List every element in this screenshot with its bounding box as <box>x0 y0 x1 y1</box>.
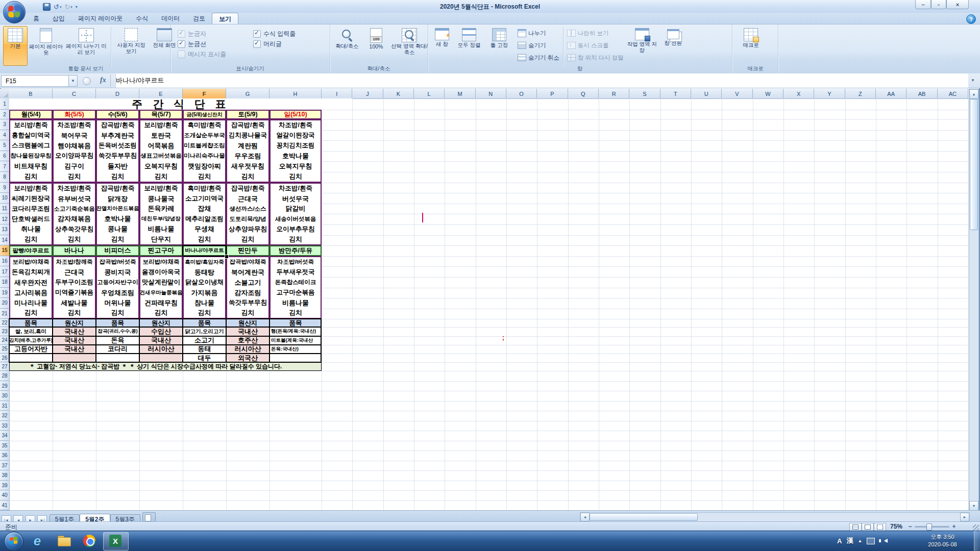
column-header-J[interactable]: J <box>352 89 383 99</box>
fx-icon[interactable]: fx <box>100 76 106 84</box>
row-header-40[interactable]: 40 <box>0 490 10 500</box>
small-button-3[interactable]: 숨기기 취소 <box>518 52 559 64</box>
view-button-2[interactable]: 페이지 레이아웃 <box>29 26 63 66</box>
scroll-right-icon[interactable]: ► <box>960 513 969 521</box>
snack-day4[interactable]: 찐고구마 <box>139 245 183 256</box>
snack-day6[interactable]: 찐만두 <box>226 245 270 256</box>
column-header-K[interactable]: K <box>383 89 414 99</box>
zoom-button-2[interactable]: 100% <box>363 26 389 66</box>
column-header-L[interactable]: L <box>414 89 445 99</box>
window-right-button-2[interactable]: 창 전환 <box>659 26 687 66</box>
window-button-3[interactable]: 틀 고정 <box>484 26 514 66</box>
start-button[interactable] <box>4 532 23 551</box>
row-header-25[interactable]: 25 <box>0 345 10 354</box>
ribbon-tab-6[interactable]: 검토 <box>186 13 212 24</box>
checked-checkbox-icon[interactable] <box>178 30 185 38</box>
row-header-1[interactable]: 1 <box>0 98 10 110</box>
column-header-B[interactable]: B <box>9 89 53 99</box>
scroll-up-icon[interactable]: ▲ <box>969 89 978 99</box>
checked-checkbox-icon[interactable] <box>253 30 261 38</box>
origin-cell-r23-c6[interactable]: 국내산 <box>226 327 270 336</box>
column-header-G[interactable]: G <box>226 89 270 99</box>
origin-cell-r23-c7[interactable]: 햄(돈육/계육:국내산) <box>270 327 322 336</box>
menu-dinner-day4[interactable]: 보리밥/야채죽올갱이아욱국맛살계란말이건새우마늘쫑볶음건파래무침김치 <box>139 256 183 319</box>
small-button-2[interactable]: 숨기기 <box>518 39 559 52</box>
row-header-33[interactable]: 33 <box>0 421 10 431</box>
ribbon-tab-4[interactable]: 수식 <box>129 13 155 24</box>
row-header-16[interactable]: 16 <box>0 256 10 267</box>
row-header-21[interactable]: 21 <box>0 309 10 319</box>
snack-day1[interactable]: 팥빵/야쿠르트 <box>9 245 53 256</box>
horizontal-scroll-thumb[interactable] <box>590 513 698 521</box>
origin-cell-r26-c4[interactable] <box>139 354 183 362</box>
zoom-slider-thumb[interactable] <box>926 523 932 531</box>
menu-breakfast-day1[interactable]: 보리밥/흰죽홍합살미역국스크램블에그참나물된장무침비트채무침김치 <box>9 119 53 183</box>
origin-cell-r23-c3[interactable]: 잡곡(귀리,수수,콩) <box>96 327 139 336</box>
checkbox-5[interactable]: 머리글 <box>253 39 296 49</box>
row-header-6[interactable]: 6 <box>0 151 10 162</box>
help-icon[interactable]: ? <box>966 14 976 24</box>
day-header-6[interactable]: 토(5/9) <box>226 110 270 119</box>
checkbox-1[interactable]: 눈금자 <box>178 29 226 39</box>
hidden-icons-icon[interactable]: ▲ <box>857 538 862 543</box>
vertical-scrollbar[interactable]: ▲ ▼ <box>969 89 979 511</box>
origin-cell-r25-c5[interactable]: 동태 <box>183 345 226 354</box>
origin-cell-r24-c3[interactable]: 돈육 <box>96 336 139 345</box>
row-header-5[interactable]: 5 <box>0 140 10 151</box>
zoom-button-3[interactable]: 선택 영역 확대/축소 <box>390 26 429 66</box>
row-header-17[interactable]: 17 <box>0 266 10 277</box>
internet-explorer-icon[interactable]: e <box>31 534 44 547</box>
column-header-Q[interactable]: Q <box>568 89 599 99</box>
row-header-8[interactable]: 8 <box>0 172 10 183</box>
row-header-39[interactable]: 39 <box>0 481 10 491</box>
small-button-6[interactable]: 창 위치 다시 정렬 <box>567 52 624 64</box>
origin-cell-r26-c1[interactable] <box>9 354 53 362</box>
unchecked-checkbox-icon[interactable] <box>178 51 185 58</box>
row-header-24[interactable]: 24 <box>0 336 10 345</box>
column-header-AB[interactable]: AB <box>906 89 937 99</box>
snack-day2[interactable]: 바나나 <box>53 245 96 256</box>
zoom-slider-track[interactable] <box>915 526 949 528</box>
chrome-icon[interactable] <box>83 534 96 547</box>
close-button[interactable]: × <box>946 0 969 9</box>
ime-indicator-2[interactable]: 漢 <box>846 536 853 545</box>
origin-cell-r26-c7[interactable] <box>270 354 322 362</box>
origin-cell-r26-c2[interactable] <box>53 354 96 362</box>
resize-grip[interactable] <box>973 524 979 531</box>
menu-breakfast-day7[interactable]: 차조밥/흰죽얼갈이된장국꽁치김치조림호박나물오복지무침김치 <box>270 119 322 183</box>
selected-cell-F15[interactable] <box>182 245 227 257</box>
column-header-O[interactable]: O <box>506 89 537 99</box>
menu-dinner-day3[interactable]: 잡곡밥/버섯죽콩비지국고등어자반구이우엉채조림머위나물김치 <box>96 256 139 319</box>
row-header-11[interactable]: 11 <box>0 204 10 214</box>
name-box[interactable]: F15 <box>1 75 74 87</box>
column-header-M[interactable]: M <box>445 89 475 99</box>
day-header-2[interactable]: 화(5/5) <box>53 110 96 119</box>
checked-checkbox-icon[interactable] <box>253 40 261 48</box>
origin-cell-r24-c4[interactable]: 국내산 <box>139 336 183 345</box>
row-header-7[interactable]: 7 <box>0 161 10 172</box>
scroll-left-icon[interactable]: ◄ <box>580 513 590 521</box>
day-header-5[interactable]: 금(5/8)생신잔치 <box>183 110 226 119</box>
ribbon-tab-2[interactable]: 삽입 <box>46 13 71 24</box>
column-header-H[interactable]: H <box>270 89 322 99</box>
column-header-S[interactable]: S <box>629 89 660 99</box>
checkbox-4[interactable]: 수식 입력줄 <box>253 29 296 39</box>
row-header-20[interactable]: 20 <box>0 298 10 309</box>
zoom-button-1[interactable]: 확대/축소 <box>332 26 362 66</box>
day-header-1[interactable]: 월(5/4) <box>9 110 53 119</box>
menu-lunch-day3[interactable]: 잡곡밥/흰죽닭개장잔멸치아몬드볶음호박나물콩나물김치 <box>96 183 139 246</box>
menu-lunch-day1[interactable]: 보리밥/흰죽씨레기된장국코다리무조림단호박샐러드취나물김치 <box>9 183 53 246</box>
row-header-4[interactable]: 4 <box>0 130 10 141</box>
insert-worksheet-tab[interactable] <box>142 512 156 522</box>
maximize-button[interactable]: ▫ <box>931 0 946 9</box>
origin-cell-r24-c7[interactable]: 미트볼(계육:국내산 <box>270 336 322 345</box>
column-header-T[interactable]: T <box>660 89 691 99</box>
origin-cell-r24-c2[interactable]: 국내산 <box>53 336 96 345</box>
excel-icon[interactable]: X <box>109 534 122 547</box>
origin-cell-r25-c3[interactable]: 코다리 <box>96 345 139 354</box>
origin-cell-r26-c6[interactable]: 외국산 <box>226 354 270 362</box>
minimize-button[interactable]: – <box>915 0 931 9</box>
view-button-1[interactable]: 기본 <box>3 26 28 66</box>
small-button-4[interactable]: 나란히 보기 <box>567 27 624 39</box>
column-header-I[interactable]: I <box>322 89 352 99</box>
